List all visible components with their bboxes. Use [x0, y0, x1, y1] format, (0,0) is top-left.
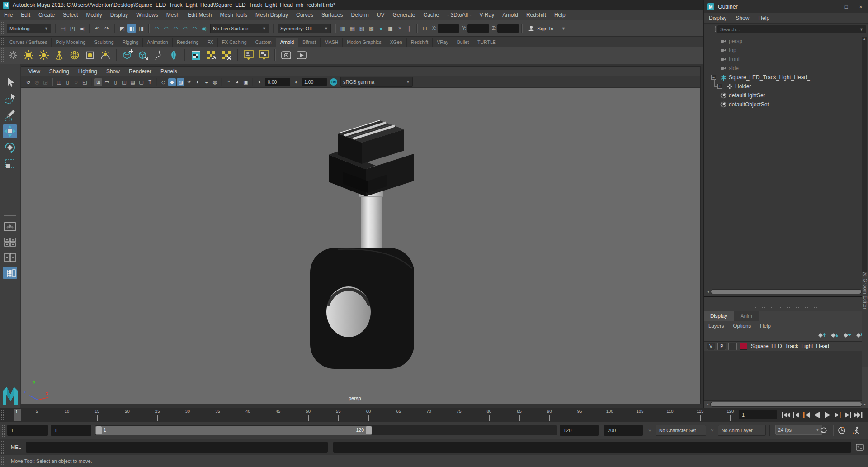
animation-start-field[interactable]: 1	[7, 425, 48, 436]
menu-surfaces[interactable]: Surfaces	[317, 10, 347, 19]
render-selected-icon[interactable]	[242, 48, 255, 62]
script-editor-button[interactable]	[855, 443, 865, 452]
range-end-handle[interactable]	[366, 426, 372, 434]
smooth-shade-icon[interactable]: ◆	[168, 78, 176, 86]
shelf-tab-vray[interactable]: VRay	[433, 38, 453, 47]
render-region-icon[interactable]	[257, 48, 271, 62]
anim-layer-menu-icon[interactable]: ▽	[711, 428, 714, 432]
shadows-icon[interactable]: ◐	[194, 78, 202, 86]
exposure-lock-icon[interactable]: ⊘	[24, 78, 32, 86]
time-slider-grip[interactable]	[1, 410, 4, 420]
shelf-tab-rigging[interactable]: Rigging	[118, 38, 143, 47]
shelf-tab-bifrost[interactable]: Bifrost	[298, 38, 321, 47]
current-frame-field[interactable]: 1	[739, 410, 777, 419]
bookmark-icon[interactable]: ▯	[64, 78, 71, 86]
camera-icon[interactable]: ◎	[33, 78, 41, 86]
scroll-left-icon[interactable]: ◂	[705, 290, 711, 294]
select-object-icon[interactable]: ◧	[127, 24, 136, 33]
safe-action-icon[interactable]: ▢	[137, 78, 145, 86]
symmetry-select[interactable]: Symmetry: Off▼	[278, 24, 331, 33]
playback-start-field[interactable]: 1	[51, 425, 91, 436]
mel-input[interactable]	[26, 442, 328, 453]
menu-file[interactable]: File	[0, 10, 17, 19]
grease-pencil-icon[interactable]: ◱	[81, 78, 89, 86]
undo-icon[interactable]: ↶	[93, 24, 102, 33]
menu-select[interactable]: Select	[59, 10, 82, 19]
auto-key-icon[interactable]	[852, 426, 861, 435]
playback-range-bar[interactable]: 1 120	[95, 426, 372, 435]
shelf-tab-sculpting[interactable]: Sculpting	[90, 38, 118, 47]
menu-uv[interactable]: UV	[373, 10, 389, 19]
shelf-tab-custom[interactable]: Custom	[251, 38, 276, 47]
select-hierarchy-icon[interactable]: ◩	[118, 24, 127, 33]
search-input[interactable]: Search... ▼	[717, 25, 866, 33]
range-start-handle[interactable]	[96, 426, 102, 434]
outliner-vertical-scrollbar[interactable]: ▲	[862, 37, 867, 285]
outliner-item-front[interactable]: front	[705, 55, 861, 64]
play-forwards-button[interactable]	[822, 409, 832, 421]
new-scene-icon[interactable]: ▤	[59, 24, 67, 33]
open-scene-icon[interactable]: ◰	[68, 24, 77, 33]
live-surface-select[interactable]: No Live Surface▼	[210, 24, 269, 33]
dock-grip[interactable]	[755, 307, 818, 308]
layer-playback-toggle[interactable]: P	[717, 343, 726, 350]
menu-redshift[interactable]: Redshift	[522, 10, 550, 19]
menu-mesh[interactable]: Mesh	[162, 10, 184, 19]
minimize-button[interactable]: ─	[825, 0, 839, 13]
single-pane-layout[interactable]	[3, 220, 17, 233]
render-sphere-icon[interactable]: ●	[377, 24, 385, 33]
render-view-icon[interactable]: ▥	[339, 24, 347, 33]
layer-menu-help[interactable]: Help	[755, 322, 775, 329]
shelf-tab-redshift[interactable]: Redshift	[407, 38, 433, 47]
physical-sky-icon[interactable]	[99, 48, 112, 62]
current-time-marker[interactable]: 1	[14, 409, 21, 421]
exposure-field[interactable]: 0.00	[265, 78, 290, 86]
make-live-icon[interactable]: ◉	[200, 24, 208, 33]
scroll-right-icon[interactable]: ▸	[862, 402, 868, 406]
expand-collapse-icon[interactable]	[708, 26, 716, 33]
export-standin-icon[interactable]	[136, 48, 150, 62]
viewport-menu-panels[interactable]: Panels	[156, 67, 182, 76]
playback-end-field[interactable]: 120	[560, 425, 599, 436]
select-component-icon[interactable]: ◨	[137, 24, 146, 33]
viewport-menu-shading[interactable]: Shading	[45, 67, 74, 76]
y-coordinate-field[interactable]	[467, 24, 489, 33]
help-line-grip[interactable]	[1, 457, 4, 466]
render-settings-icon[interactable]: ▧	[358, 24, 366, 33]
menu-modify[interactable]: Modify	[82, 10, 106, 19]
menu-cache[interactable]: Cache	[419, 10, 443, 19]
occlusion-icon[interactable]: ◒	[203, 78, 210, 86]
layer-color-swatch[interactable]	[740, 343, 747, 350]
time-preferences-icon[interactable]	[837, 426, 846, 435]
search-filter-arrow-icon[interactable]: ▼	[859, 27, 863, 32]
outliner-item-defaultlightset[interactable]: defaultLightSet	[705, 91, 861, 100]
viewport-menu-show[interactable]: Show	[102, 67, 124, 76]
snap-point-icon[interactable]: ◠	[171, 24, 180, 33]
outliner-item-defaultobjectset[interactable]: defaultObjectSet	[705, 100, 861, 109]
mel-label[interactable]: MEL	[11, 444, 21, 450]
viewport-menu-view[interactable]: View	[24, 67, 45, 76]
scrollbar-thumb[interactable]	[711, 402, 862, 406]
curve-collector-icon[interactable]	[151, 48, 165, 62]
hypershade-icon[interactable]: ▨	[367, 24, 376, 33]
playblast-icon[interactable]	[295, 48, 308, 62]
expand-icon[interactable]: +	[717, 84, 722, 89]
cancel-sequence-icon[interactable]	[220, 48, 233, 62]
menu-set-select[interactable]: Modeling▼	[7, 24, 51, 33]
layer-horizontal-scrollbar[interactable]: ◂ ▸	[705, 401, 868, 407]
time-slider-ticks[interactable]: 1 51015202530354045505560657075808590951…	[7, 408, 737, 422]
menu-3dtoall[interactable]: - 3DtoAll -	[443, 10, 475, 19]
z-coordinate-field[interactable]	[497, 24, 519, 33]
step-forward-frame-button[interactable]	[843, 409, 853, 421]
step-back-key-button[interactable]	[801, 409, 811, 421]
scroll-left-icon[interactable]: ◂	[705, 402, 710, 406]
shelf-tab-motion-graphics[interactable]: Motion Graphics	[343, 38, 386, 47]
grid-icon[interactable]: ⊞	[94, 78, 102, 86]
exposure-icon[interactable]: ◑	[255, 78, 263, 86]
skydome-light-icon[interactable]	[68, 48, 81, 62]
resolution-gate-icon[interactable]: ▯	[112, 78, 119, 86]
scrollbar-thumb[interactable]	[711, 290, 861, 294]
fps-select[interactable]: 24 fps▼	[775, 425, 822, 435]
shelf-tab-rendering[interactable]: Rendering	[173, 38, 203, 47]
color-managed-toggle[interactable]: ON	[330, 78, 337, 86]
